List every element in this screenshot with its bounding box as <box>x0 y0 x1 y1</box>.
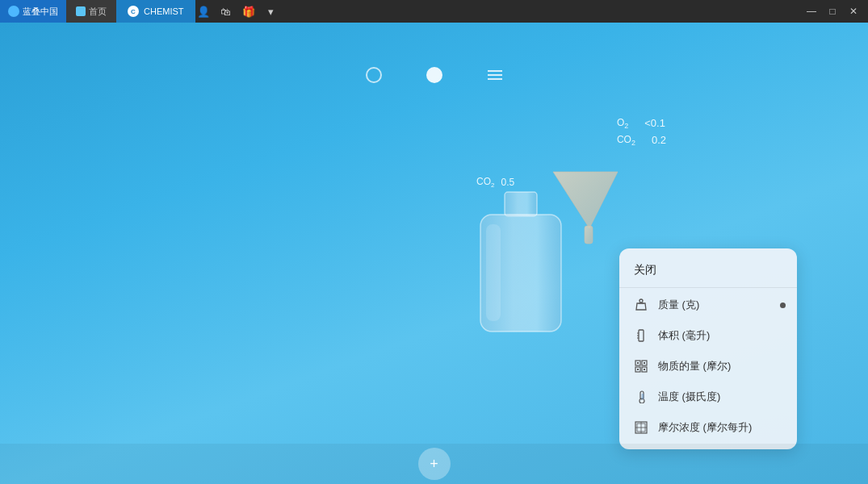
ctx-close-item[interactable]: 关闭 <box>619 255 797 286</box>
svg-rect-0 <box>505 192 537 216</box>
ctx-mole-label: 物质的量 (摩尔) <box>658 359 731 373</box>
svg-point-5 <box>639 299 643 302</box>
nav-dot-2[interactable] <box>426 67 442 83</box>
ctx-divider-1 <box>619 287 797 288</box>
ctx-close-label: 关闭 <box>634 263 656 277</box>
app-tab-icon: C <box>128 6 139 17</box>
brand-icon <box>8 6 19 17</box>
svg-rect-4 <box>585 226 593 244</box>
nav-dot-3[interactable] <box>487 67 503 83</box>
svg-rect-20 <box>642 394 644 399</box>
minimize-button[interactable]: — <box>802 3 821 19</box>
bag-icon[interactable]: 🛍 <box>218 3 234 19</box>
ctx-mass-item[interactable]: 质量 (克) <box>619 290 797 320</box>
brand-tab[interactable]: 蓝叠中国 <box>0 0 66 23</box>
co2-value: 0.2 <box>652 132 666 149</box>
top-nav <box>366 67 503 83</box>
context-menu: 关闭 质量 (克) <box>619 248 797 449</box>
brand-label: 蓝叠中国 <box>23 6 58 18</box>
app-tab-label: CHEMIST <box>144 6 184 16</box>
user-icon[interactable]: 👤 <box>195 3 212 19</box>
svg-rect-14 <box>637 362 639 364</box>
window-controls: — □ ✕ <box>802 3 868 19</box>
o2-value: <0.1 <box>644 115 665 132</box>
svg-rect-16 <box>637 369 639 370</box>
ctx-mass-selected-dot <box>780 302 786 308</box>
bottle-funnel-container: CO2 0.5 <box>468 184 573 340</box>
co2-formula: CO2 <box>617 132 635 149</box>
add-button[interactable]: + <box>418 448 451 480</box>
nav-line-1 <box>488 70 502 72</box>
ctx-mole-icon <box>634 359 648 373</box>
ctx-volume-icon <box>634 328 648 343</box>
ctx-molarity-item[interactable]: 摩尔浓度 (摩尔每升) <box>619 412 797 443</box>
app-tab[interactable]: C CHEMIST <box>116 0 195 23</box>
home-label: 首页 <box>89 6 107 18</box>
home-tab[interactable]: 首页 <box>66 0 116 23</box>
bottle-label: CO2 0.5 <box>476 176 514 189</box>
home-icon <box>76 6 86 16</box>
svg-rect-2 <box>486 224 501 321</box>
svg-rect-15 <box>644 362 645 364</box>
maximize-button[interactable]: □ <box>823 3 842 19</box>
menu-icon[interactable]: ▾ <box>263 3 279 19</box>
funnel-svg[interactable] <box>549 168 622 248</box>
svg-rect-6 <box>639 330 644 341</box>
svg-rect-17 <box>644 369 645 370</box>
chem-row-o2: O2 <0.1 <box>617 115 666 132</box>
close-button[interactable]: ✕ <box>844 3 863 19</box>
ctx-volume-label: 体积 (毫升) <box>658 328 710 343</box>
nav-line-2 <box>488 74 502 76</box>
ctx-mass-icon <box>634 298 648 312</box>
nav-line-3 <box>488 78 502 80</box>
bottom-toolbar: + <box>0 444 868 484</box>
ctx-volume-item[interactable]: 体积 (毫升) <box>619 320 797 351</box>
main-area: O2 <0.1 CO2 0.2 CO2 0.5 <box>0 23 868 484</box>
ctx-molarity-icon <box>634 420 648 435</box>
ctx-temp-label: 温度 (摄氏度) <box>658 390 720 404</box>
ctx-mass-label: 质量 (克) <box>658 298 699 312</box>
gift-icon[interactable]: 🎁 <box>241 3 257 19</box>
o2-formula: O2 <box>617 115 628 132</box>
titlebar-icons: 👤 🛍 🎁 ▾ <box>195 3 287 19</box>
chem-row-co2: CO2 0.2 <box>617 132 666 149</box>
bottle-formula: CO2 <box>476 176 494 189</box>
chem-info-panel: O2 <0.1 CO2 0.2 <box>617 115 666 149</box>
nav-dot-1[interactable] <box>366 67 382 83</box>
bottle-value: 0.5 <box>501 177 514 188</box>
ctx-molarity-label: 摩尔浓度 (摩尔每升) <box>658 420 752 435</box>
svg-marker-3 <box>553 172 618 228</box>
title-bar: 蓝叠中国 首页 C CHEMIST 👤 🛍 🎁 ▾ — □ ✕ <box>0 0 868 23</box>
ctx-mole-item[interactable]: 物质的量 (摩尔) <box>619 351 797 382</box>
ctx-temp-item[interactable]: 温度 (摄氏度) <box>619 382 797 412</box>
ctx-temp-icon <box>634 390 648 404</box>
